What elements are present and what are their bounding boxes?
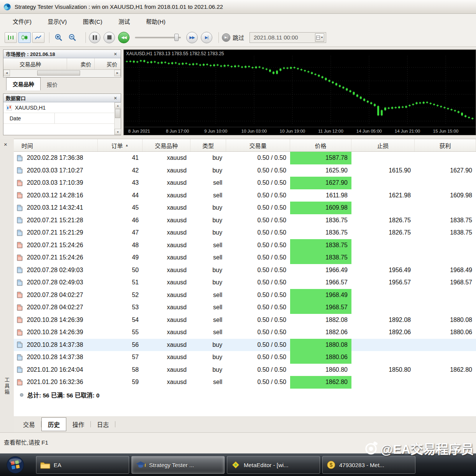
history-row[interactable]: 2020.03.03 17:10:2742xauusdbuy0.50 / 0.5… [14, 164, 476, 177]
cell-type: sell [190, 239, 226, 252]
start-button[interactable] [6, 456, 25, 474]
cell-take-profit: 1627.90 [415, 164, 476, 177]
scroll-right-icon[interactable]: ► [114, 70, 121, 76]
menu-item-3[interactable]: 测试 [113, 15, 136, 28]
history-row[interactable]: 2020.10.28 14:26:3954xauusdsell0.50 / 0.… [14, 314, 476, 327]
candle-chart [124, 56, 476, 124]
history-row[interactable]: 2020.10.28 14:37:3856xauusdbuy0.50 / 0.5… [14, 339, 476, 351]
mw-column-header-0[interactable]: 交易品种 [3, 58, 67, 69]
watermark: @EA交易程序员 [364, 439, 474, 458]
history-row[interactable]: 2020.03.12 14:32:4145xauusdbuy0.50 / 0.5… [14, 202, 476, 214]
skip-datetime-box[interactable]: 2021.08.11 00:00 ▼ [249, 32, 326, 43]
cell-volume: 0.50 / 0.50 [226, 227, 290, 239]
zoom-out-icon[interactable] [66, 32, 79, 43]
cell-price: 1966.49 [290, 264, 351, 277]
market-watch-close-icon[interactable]: × [112, 51, 118, 57]
menu-item-4[interactable]: 帮助(H) [140, 15, 171, 28]
taskbar-button-account[interactable]: $47930283 - Met... [322, 456, 415, 474]
cell-price: 1862.80 [290, 376, 351, 389]
history-column-header-7[interactable]: 获利 [415, 139, 476, 151]
mw-tab-0[interactable]: 交易品种 [6, 77, 41, 90]
cell-take-profit [415, 289, 476, 302]
history-row[interactable]: 2020.02.28 17:36:3841xauusdbuy0.50 / 0.5… [14, 152, 476, 164]
market-watch-hscrollbar[interactable]: ◄ ► [3, 70, 121, 76]
toolbox-close-icon[interactable]: × [4, 141, 7, 148]
chart-panel[interactable]: XAUUSD,H1 1783.13 1783.55 1782.52 1783.2… [123, 49, 476, 135]
hscroll-thumb[interactable] [37, 71, 80, 76]
history-row[interactable]: 2020.07.21 15:24:2648xauusdsell0.50 / 0.… [14, 239, 476, 252]
fast-forward-button[interactable]: ▶▶ [186, 32, 198, 43]
history-column-header-2[interactable]: 交易品种 [143, 139, 190, 151]
history-column-header-4[interactable]: 交易量 [226, 139, 290, 151]
data-window-date-row[interactable]: Date [3, 113, 121, 124]
history-row[interactable]: 2020.07.28 02:49:0350xauusdbuy0.50 / 0.5… [14, 264, 476, 277]
bar-chart-button[interactable] [5, 32, 17, 43]
vscroll-thumb[interactable] [115, 109, 120, 118]
cell-stop-loss: 1615.90 [351, 164, 415, 177]
menu-item-1[interactable]: 显示(V) [42, 15, 72, 28]
zoom-in-icon[interactable] [53, 32, 65, 43]
calendar-picker-button[interactable]: ▼ [315, 33, 324, 42]
scroll-down-icon[interactable]: ▼ [115, 129, 121, 135]
history-row[interactable]: 2020.07.21 15:21:2947xauusdbuy0.50 / 0.5… [14, 227, 476, 239]
status-text: 查看帮忙,请按 F1 [4, 439, 48, 446]
cell-symbol: xauusd [143, 202, 190, 214]
history-summary-text: 总计: 56 已满: 56 已取消: 0 [27, 391, 100, 399]
history-row[interactable]: 2020.03.12 14:28:1644xauusdsell0.50 / 0.… [14, 189, 476, 202]
menu-item-2[interactable]: 图表(C) [77, 15, 108, 28]
history-row[interactable]: 2020.07.28 04:02:2753xauusdsell0.50 / 0.… [14, 301, 476, 314]
tab-1[interactable]: 历史 [41, 417, 66, 431]
speed-slider[interactable] [135, 37, 181, 38]
scroll-left-icon[interactable]: ◄ [3, 70, 10, 76]
taskbar-button-metaeditor[interactable]: MetaEditor - [wi... [227, 456, 320, 474]
history-column-header-6[interactable]: 止损 [351, 139, 415, 151]
history-row[interactable]: 2021.01.20 16:32:3659xauusdsell0.50 / 0.… [14, 376, 476, 389]
taskbar-button-label: EA [54, 462, 61, 468]
cell-symbol: xauusd [143, 276, 190, 289]
data-window-symbol-row[interactable]: XAUUSD,H1 [3, 102, 121, 113]
cell-type: buy [190, 351, 226, 364]
cell-symbol: xauusd [143, 227, 190, 239]
history-row[interactable]: 2020.10.28 14:37:3857xauusdbuy0.50 / 0.5… [14, 351, 476, 364]
data-window-symbol: XAUUSD,H1 [15, 105, 46, 111]
history-column-header-0[interactable]: 时间 [14, 139, 98, 151]
history-column-header-5[interactable]: 价格 [290, 139, 351, 151]
mw-tab-1[interactable]: 报价 [41, 78, 64, 90]
history-column-header-3[interactable]: 类型 [190, 139, 226, 151]
scroll-up-icon[interactable]: ▲ [115, 102, 121, 108]
skip-to-end-button[interactable]: ▶| [201, 32, 212, 43]
cell-stop-loss [351, 376, 415, 389]
tab-0[interactable]: 交易 [17, 418, 41, 431]
history-row[interactable]: 2020.07.28 04:02:2752xauusdsell0.50 / 0.… [14, 289, 476, 302]
tab-3[interactable]: 日志 [91, 418, 115, 431]
history-row[interactable]: 2020.10.28 14:26:3955xauusdsell0.50 / 0.… [14, 326, 476, 339]
candlestick-chart-button[interactable] [18, 32, 31, 43]
skip-button[interactable]: ▶| [222, 33, 230, 42]
mw-column-header-1[interactable]: 卖价 [67, 58, 95, 69]
data-window-close-icon[interactable]: × [112, 95, 118, 101]
rewind-button[interactable]: ◀◀ [118, 32, 130, 43]
history-column-header-1[interactable]: 订单▲ [98, 139, 143, 151]
history-row[interactable]: 2020.07.21 15:21:2846xauusdbuy0.50 / 0.5… [14, 214, 476, 227]
cell-volume: 0.50 / 0.50 [226, 214, 290, 227]
history-row[interactable]: 2021.01.20 16:24:0458xauusdbuy0.50 / 0.5… [14, 364, 476, 376]
slider-thumb[interactable] [174, 34, 179, 41]
tab-2[interactable]: 操作 [66, 418, 90, 431]
taskbar-button-tester[interactable]: Strategy Tester ... [131, 456, 225, 474]
cell-volume: 0.50 / 0.50 [226, 339, 290, 351]
mw-column-header-2[interactable]: 买价 [95, 58, 121, 69]
history-row[interactable]: 2020.03.03 17:10:3943xauusdsell0.50 / 0.… [14, 177, 476, 189]
data-window-vscrollbar[interactable]: ▲ ▼ [114, 102, 121, 135]
menu-item-0[interactable]: 文件(F) [7, 15, 37, 28]
cell-type: buy [190, 164, 226, 177]
history-row[interactable]: 2020.07.21 15:24:2649xauusdsell0.50 / 0.… [14, 251, 476, 264]
cell-take-profit: 1609.98 [415, 189, 476, 202]
history-row[interactable]: 2020.07.28 02:49:0351xauusdbuy0.50 / 0.5… [14, 276, 476, 289]
data-window-panel: 数据窗口 × XAUUSD,H1 Date ▲ ▼ [3, 94, 121, 135]
cell-volume: 0.50 / 0.50 [226, 351, 290, 364]
line-chart-button[interactable] [32, 32, 44, 43]
stop-button[interactable] [103, 32, 115, 43]
taskbar-button-folder[interactable]: EA [36, 456, 129, 474]
cell-price: 1587.78 [290, 152, 351, 164]
pause-button[interactable] [89, 32, 100, 43]
